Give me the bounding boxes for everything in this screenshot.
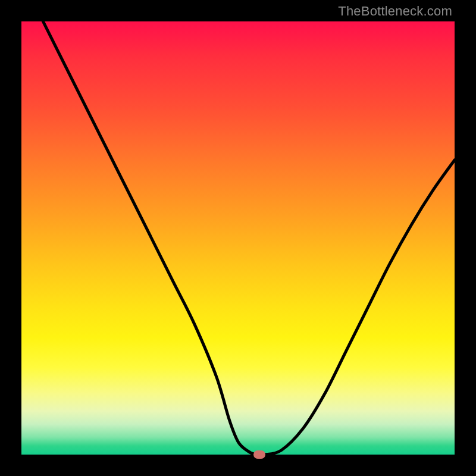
optimum-marker	[253, 450, 265, 459]
chart-frame: TheBottleneck.com	[0, 0, 476, 476]
plot-area	[21, 21, 455, 455]
watermark-text: TheBottleneck.com	[338, 4, 452, 19]
bottleneck-curve	[21, 21, 455, 455]
